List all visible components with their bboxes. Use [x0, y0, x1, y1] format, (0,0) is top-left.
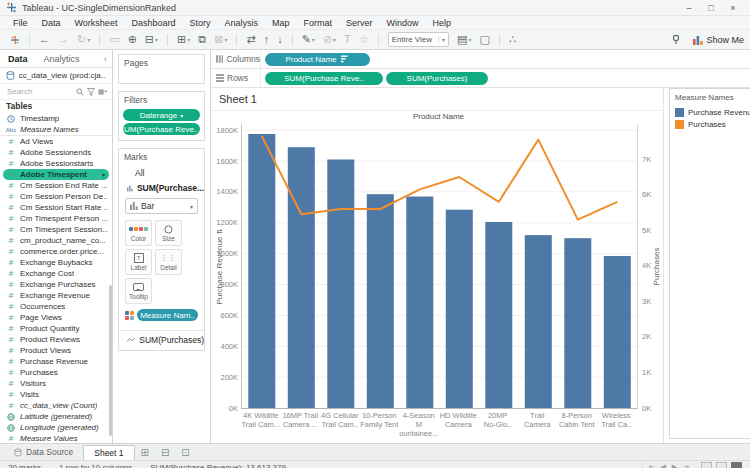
search-input[interactable] [5, 86, 73, 97]
field-cc-data-view-count[interactable]: #cc_data_view (Count) [0, 400, 112, 411]
bar-mark[interactable] [564, 238, 591, 408]
menu-window[interactable]: Window [380, 18, 426, 28]
field-purchase-revenue[interactable]: #Purchase Revenue [0, 356, 112, 367]
field-visits[interactable]: #Visits [0, 389, 112, 400]
pill-product-name[interactable]: Product Name [265, 53, 370, 66]
x-axis-label[interactable]: HD WildlifeCamera [439, 411, 479, 438]
sheet-tab-active[interactable]: Sheet 1 [83, 445, 134, 460]
field-adobe-sessionstarts[interactable]: #Adobe Sessionstarts [0, 158, 112, 169]
highlight-pen-button[interactable]: ✎▾ [298, 34, 319, 45]
menu-server[interactable]: Server [339, 18, 380, 28]
measure-names-pill[interactable]: Measure Nam.. [137, 309, 198, 321]
minimize-button[interactable]: – [678, 3, 700, 13]
filter-pill-daterange[interactable]: Daterange ▾ [123, 109, 200, 121]
tableau-home-icon[interactable] [6, 35, 24, 45]
menu-analysis[interactable]: Analysis [217, 18, 265, 28]
menu-story[interactable]: Story [182, 18, 217, 28]
sheet-navigation-arrows[interactable]: ⇤ ◀ ▶ ⇥ [642, 463, 697, 468]
x-axis-label[interactable]: 10-PersonFamily Tent [360, 411, 400, 438]
x-axis-label[interactable]: 8-PersonCabin Tent [557, 411, 597, 438]
field-cm-session-end-rate[interactable]: #Cm Session End Rate ... [0, 180, 112, 191]
presentation-mode-button[interactable]: ▢ [475, 34, 493, 45]
field-commerce-order-price[interactable]: #commerce.order.price... [0, 246, 112, 257]
new-worksheet-button[interactable]: ⊞▾ [173, 34, 194, 45]
detail-button[interactable]: ⋮⋮ Detail [155, 249, 182, 275]
field-adobe-sessionends[interactable]: #Adobe Sessionends [0, 147, 112, 158]
field-exchange-buybacks[interactable]: #Exchange Buybacks [0, 257, 112, 268]
menu-dashboard[interactable]: Dashboard [124, 18, 182, 28]
view-options-icon[interactable]: ▦▾ [98, 88, 107, 96]
field-exchange-purchases[interactable]: #Exchange Purchases [0, 279, 112, 290]
x-axis-label[interactable]: 4K WildlifeTrail Cam... [241, 411, 281, 438]
pill-sum-purchase-revenue[interactable]: SUM(Purchase Reve.. [265, 72, 383, 85]
sort-descending-button[interactable]: ↓ [273, 34, 287, 45]
new-dashboard-button[interactable]: ⊟ [155, 444, 175, 460]
x-axis-label[interactable]: 4-Season Mountainee... [399, 411, 439, 438]
field-measure-names[interactable]: AbcMeasure Names [0, 124, 112, 136]
bar-mark[interactable] [485, 222, 512, 408]
star-highlight-button[interactable]: ☆ [355, 34, 373, 45]
field-longitude-generated[interactable]: Longitude (generated) [0, 422, 112, 433]
tooltip-button[interactable]: Tooltip [125, 278, 152, 304]
field-product-reviews[interactable]: #Product Reviews [0, 334, 112, 345]
datasource-row[interactable]: cc_data_view (prod:cja... [0, 68, 112, 84]
field-cm-session-person-de[interactable]: #Cm Session Person De... [0, 191, 112, 202]
legend-entry-purchase-revenue[interactable]: Purchase Revenue [675, 108, 750, 117]
bar-mark[interactable] [604, 256, 631, 408]
pages-card[interactable]: Pages [118, 54, 205, 84]
x-axis-label[interactable]: 4G CellularTrail Cam.. [320, 411, 360, 438]
bar-mark[interactable] [367, 194, 394, 408]
bar-mark[interactable] [327, 160, 354, 409]
right-axis-title[interactable]: Purchases [651, 124, 663, 408]
pause-auto-updates-button[interactable]: ⊟▾ [141, 34, 162, 45]
field-timestamp[interactable]: Timestamp [0, 113, 112, 124]
field-product-views[interactable]: #Product Views [0, 345, 112, 356]
field-purchases[interactable]: #Purchases [0, 367, 112, 378]
share-workbook-button[interactable]: ∴ [505, 34, 520, 45]
field-occurrences[interactable]: #Occurrences [0, 301, 112, 312]
bar-mark[interactable] [525, 235, 552, 408]
redo-button[interactable]: → [54, 34, 73, 45]
filter-pill-sum-purchase-revenue[interactable]: SUM(Purchase Reve.. ▾ [123, 123, 200, 135]
clear-sheet-button[interactable]: ⊠▾ [210, 34, 231, 45]
field-measure-values[interactable]: #Measure Values [0, 433, 112, 443]
tab-data[interactable]: Data [0, 54, 36, 64]
duplicate-sheet-button[interactable]: ⧉ [194, 34, 210, 45]
no-highlight-button[interactable]: ⊘▾ [319, 34, 340, 45]
x-axis-label[interactable]: 16MP TrailCamera ... [281, 411, 321, 438]
show-sheet-view-button[interactable] [731, 462, 742, 468]
chart-plot-area[interactable] [241, 124, 638, 409]
show-tabs-view-button[interactable] [701, 462, 712, 468]
x-axis-label[interactable]: 20MPNo-Glo.. [478, 411, 518, 438]
collapse-pane-icon[interactable]: ‹ [99, 54, 112, 64]
menu-worksheet[interactable]: Worksheet [68, 18, 125, 28]
line-mark[interactable] [262, 136, 618, 220]
field-cm-product-name-co[interactable]: #cm_product_name_co... [0, 235, 112, 246]
menu-help[interactable]: Help [426, 18, 459, 28]
bar-mark[interactable] [406, 197, 433, 409]
columns-shelf[interactable]: Columns Product Name [211, 50, 750, 69]
undo-button[interactable]: ← [35, 34, 54, 45]
field-exchange-revenue[interactable]: #Exchange Revenue [0, 290, 112, 301]
data-source-tab[interactable]: Data Source [4, 444, 83, 460]
pill-sum-purchases[interactable]: SUM(Purchases) [386, 72, 488, 85]
menu-file[interactable]: File [6, 18, 35, 28]
x-axis-label[interactable]: WirelessTrail Ca.. [597, 411, 637, 438]
save-button[interactable]: ▭ [105, 34, 123, 45]
field-cm-session-start-rate[interactable]: #Cm Session Start Rate ... [0, 202, 112, 213]
new-worksheet-button[interactable]: ⊞ [135, 444, 155, 460]
bar-mark[interactable] [248, 134, 275, 408]
new-data-source-button[interactable]: ⊕ [124, 34, 141, 45]
tooltip-pin-icon[interactable] [667, 34, 685, 45]
maximize-button[interactable]: □ [700, 3, 722, 13]
menu-format[interactable]: Format [296, 18, 339, 28]
bar-mark[interactable] [288, 147, 315, 408]
x-axis-label[interactable]: TrailCamera [518, 411, 558, 438]
marks-layer-all[interactable]: All [119, 164, 204, 180]
swap-rows-columns-button[interactable]: ⇄ [242, 34, 259, 45]
field-cm-timespent-person[interactable]: #Cm Timespent Person ... [0, 213, 112, 224]
search-icon[interactable] [76, 88, 84, 96]
tab-analytics[interactable]: Analytics [36, 54, 88, 64]
field-adobe-timespent[interactable]: #Adobe Timespent▾ [3, 169, 109, 180]
field-visitors[interactable]: #Visitors [0, 378, 112, 389]
